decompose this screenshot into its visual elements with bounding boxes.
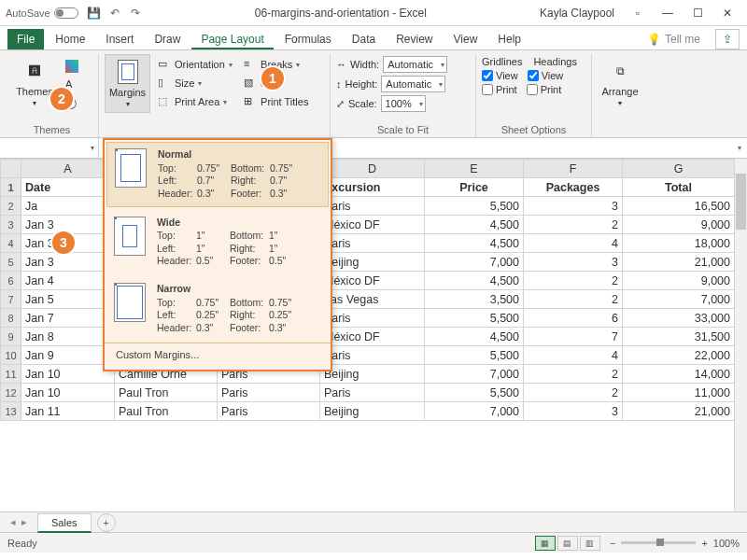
margins-thumb-icon [114, 283, 146, 322]
sheet-tab-bar: ◂▸ Sales + [0, 511, 747, 532]
zoom-level[interactable]: 100% [713, 538, 740, 549]
col-header[interactable]: F [524, 160, 623, 178]
zoom-in-icon[interactable]: + [701, 538, 707, 549]
print-area-icon: ⬚ [158, 95, 171, 108]
orientation-icon: ▭ [158, 58, 171, 71]
tab-draw[interactable]: Draw [145, 29, 190, 49]
height-icon: ↕ [336, 78, 342, 90]
add-sheet-button[interactable]: + [97, 513, 116, 532]
callout-one: 1 [260, 65, 286, 91]
table-row[interactable]: 13Jan 11Paul TronParisBeijing7,000321,00… [1, 402, 735, 421]
callout-three: 3 [50, 230, 77, 256]
col-header[interactable]: D [320, 160, 425, 178]
status-ready: Ready [7, 538, 37, 549]
arrange-button[interactable]: ⧉ Arrange ▾ [598, 54, 642, 111]
print-area-button[interactable]: ⬚Print Area▾ [154, 93, 236, 110]
group-label-page-setup [105, 122, 324, 137]
print-titles-button[interactable]: ⊞Print Titles [240, 93, 324, 110]
height-combo[interactable]: Automatic [381, 76, 445, 92]
tab-page-layout[interactable]: Page Layout [191, 29, 273, 49]
page-layout-view-icon[interactable]: ▤ [557, 536, 578, 551]
tab-home[interactable]: Home [46, 29, 94, 49]
headings-print-checkbox[interactable]: Print [527, 84, 562, 95]
scale-icon: ⤢ [336, 98, 345, 110]
group-label-themes: Themes [11, 122, 92, 137]
width-icon: ↔ [336, 59, 346, 70]
margins-icon [115, 59, 141, 85]
lightbulb-icon: 💡 [647, 33, 661, 46]
sheet-nav[interactable]: ◂▸ [0, 516, 37, 528]
tab-help[interactable]: Help [488, 29, 530, 49]
quick-access-toolbar: 💾 ↶ ↷ [88, 7, 142, 20]
col-header[interactable]: G [623, 160, 735, 178]
size-button[interactable]: ▯Size▾ [154, 75, 236, 91]
headings-label: Headings [533, 56, 576, 67]
margins-thumb-icon [115, 148, 147, 188]
minimize-icon[interactable]: ― [654, 4, 682, 22]
colors-icon [65, 60, 78, 73]
margins-dropdown-panel: Normal Top:0.75"Bottom:0.75" Left:0.7"Ri… [103, 138, 332, 371]
status-bar: Ready ▦ ▤ ▥ − + 100% [0, 532, 747, 553]
ribbon: 🅰 Themes ▾ A ◯ Themes Margins ▾ ▭Orienta… [0, 50, 747, 138]
themes-icon: 🅰 [21, 58, 48, 84]
vertical-scrollbar[interactable] [734, 159, 747, 511]
zoom-control[interactable]: − + 100% [610, 538, 740, 549]
share-icon: ⇪ [723, 33, 732, 46]
tell-me-search[interactable]: 💡 Tell me [640, 29, 708, 49]
width-combo[interactable]: Automatic [383, 56, 447, 73]
size-icon: ▯ [158, 77, 171, 90]
callout-two: 2 [49, 86, 75, 112]
print-titles-icon: ⊞ [244, 95, 257, 108]
user-name[interactable]: Kayla Claypool [540, 7, 614, 20]
margins-thumb-icon [114, 217, 146, 256]
background-icon: ▧ [244, 77, 257, 90]
gridlines-label: Gridlines [482, 56, 522, 67]
margins-button[interactable]: Margins ▾ [105, 54, 150, 113]
tab-formulas[interactable]: Formulas [275, 29, 341, 49]
save-icon[interactable]: 💾 [88, 7, 101, 20]
tab-review[interactable]: Review [387, 29, 442, 49]
toggle-off-icon [54, 7, 78, 19]
orientation-button[interactable]: ▭Orientation▾ [154, 56, 236, 73]
margins-option-narrow[interactable]: Narrow Top:0.75"Bottom:0.75" Left:0.25"R… [105, 275, 331, 343]
close-icon[interactable]: ✕ [713, 4, 741, 22]
group-label-sheet-options: Sheet Options [482, 122, 585, 137]
scale-combo[interactable]: 100% [381, 95, 426, 112]
tab-file[interactable]: File [7, 29, 44, 49]
window-title: 06-margins-and-orientation - Excel [142, 7, 540, 20]
maximize-icon[interactable]: ☐ [684, 4, 712, 22]
col-header[interactable]: A [21, 160, 115, 178]
page-break-view-icon[interactable]: ▥ [580, 536, 600, 551]
redo-icon[interactable]: ↷ [129, 7, 142, 20]
autosave-toggle[interactable]: AutoSave [6, 7, 78, 19]
tab-insert[interactable]: Insert [96, 29, 143, 49]
arrange-icon: ⧉ [607, 58, 633, 84]
breaks-icon: ≡ [244, 58, 257, 71]
share-button[interactable]: ⇪ [715, 29, 740, 49]
title-bar: AutoSave 💾 ↶ ↷ 06-margins-and-orientatio… [0, 0, 747, 26]
sheet-tab-sales[interactable]: Sales [37, 513, 92, 533]
gridlines-view-checkbox[interactable]: View [482, 70, 518, 81]
name-box[interactable] [0, 138, 99, 158]
margins-option-normal[interactable]: Normal Top:0.75"Bottom:0.75" Left:0.7"Ri… [106, 142, 329, 207]
undo-icon[interactable]: ↶ [108, 7, 121, 20]
tab-data[interactable]: Data [343, 29, 385, 49]
zoom-out-icon[interactable]: − [610, 538, 615, 549]
col-header[interactable]: E [425, 160, 524, 178]
ribbon-tabs: File HomeInsertDrawPage LayoutFormulasDa… [0, 26, 747, 50]
group-label-scale: Scale to Fit [336, 122, 470, 137]
zoom-slider[interactable] [621, 541, 696, 544]
select-all-corner[interactable] [1, 160, 21, 178]
custom-margins-item[interactable]: Custom Margins... [105, 343, 331, 366]
gridlines-print-checkbox[interactable]: Print [482, 84, 517, 95]
ribbon-options-icon[interactable]: ▫ [624, 4, 652, 22]
expand-formula-icon[interactable]: ▾ [732, 138, 747, 158]
headings-view-checkbox[interactable]: View [528, 70, 564, 81]
normal-view-icon[interactable]: ▦ [535, 536, 556, 551]
colors-button[interactable] [62, 58, 82, 75]
table-row[interactable]: 12Jan 10Paul TronParisParis5,500211,000 [1, 384, 735, 402]
tab-view[interactable]: View [444, 29, 487, 49]
margins-option-wide[interactable]: Wide Top:1"Bottom:1" Left:1"Right:1" Hea… [105, 209, 331, 276]
